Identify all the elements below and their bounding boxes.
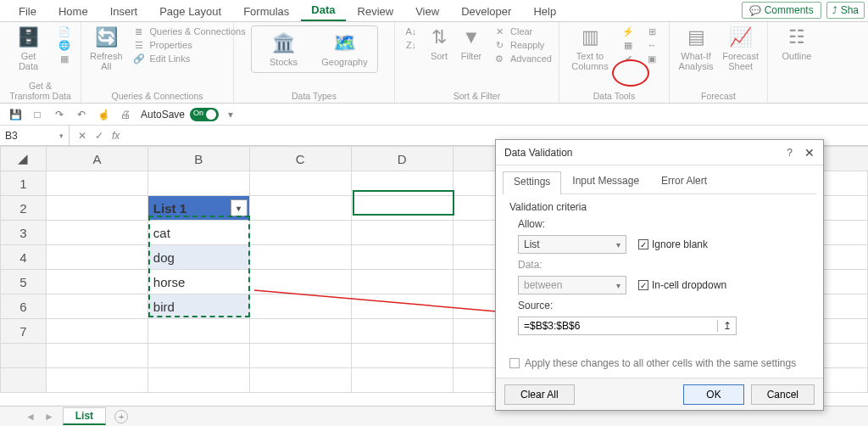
- advanced-icon: ⚙: [492, 53, 507, 64]
- what-if-button[interactable]: ▤What-If Analysis: [678, 25, 714, 71]
- text-to-columns-button[interactable]: ▥Text to Columns: [568, 25, 612, 71]
- row-header-6[interactable]: 6: [1, 294, 47, 319]
- cell-b6[interactable]: bird: [147, 294, 249, 319]
- source-input[interactable]: [519, 320, 717, 332]
- dialog-tab-input-message[interactable]: Input Message: [561, 171, 650, 193]
- geography-label: Geography: [321, 57, 367, 67]
- advanced-filter-button[interactable]: ⚙Advanced: [492, 53, 552, 64]
- save-icon[interactable]: 💾: [8, 108, 22, 121]
- sort-za-icon[interactable]: Z↓: [403, 39, 419, 51]
- name-box[interactable]: B3 ▾: [0, 126, 70, 145]
- new-icon[interactable]: □: [31, 108, 44, 121]
- cell-b5[interactable]: horse: [147, 270, 249, 294]
- row-header-7[interactable]: 7: [1, 319, 47, 344]
- row-header-1[interactable]: 1: [1, 171, 47, 196]
- incell-label: In-cell dropdown: [652, 279, 726, 291]
- queries-connections-button[interactable]: ≣Queries & Connections: [131, 25, 246, 37]
- row-header-4[interactable]: 4: [1, 245, 47, 270]
- dialog-close-icon[interactable]: ✕: [804, 146, 815, 160]
- data-value: between: [524, 279, 562, 291]
- filter-button[interactable]: ▼Filter: [459, 25, 483, 61]
- row-header-2[interactable]: 2: [1, 196, 47, 221]
- flash-fill-icon[interactable]: ⚡: [620, 25, 636, 37]
- tab-help[interactable]: Help: [523, 2, 566, 21]
- fx-icon[interactable]: fx: [112, 130, 120, 142]
- remove-duplicates-icon[interactable]: ▦: [620, 39, 636, 51]
- sort-az-icon[interactable]: A↓: [403, 25, 419, 37]
- tab-file[interactable]: File: [8, 2, 47, 21]
- dialog-tab-settings[interactable]: Settings: [503, 171, 561, 194]
- clear-filter-button[interactable]: ✕Clear: [492, 25, 552, 37]
- tab-developer[interactable]: Developer: [451, 2, 521, 21]
- tab-data[interactable]: Data: [301, 0, 345, 21]
- select-all-corner[interactable]: ◢: [1, 147, 47, 171]
- chevron-down-icon[interactable]: ▾: [224, 108, 237, 121]
- filter-dropdown-icon[interactable]: ▾: [231, 199, 248, 216]
- get-data-button[interactable]: 🗄️ Get Data: [8, 25, 48, 71]
- accept-formula-icon[interactable]: ✓: [95, 130, 103, 142]
- relationships-icon[interactable]: ↔: [644, 39, 659, 51]
- sort-icon: ⇅: [427, 25, 451, 49]
- ignore-blank-checkbox[interactable]: ✓Ignore blank: [638, 238, 708, 250]
- tab-page-layout[interactable]: Page Layout: [149, 2, 231, 21]
- tab-home[interactable]: Home: [48, 2, 98, 21]
- redo-icon[interactable]: ↷: [53, 108, 66, 121]
- tab-prev-icon[interactable]: ◄: [25, 411, 36, 423]
- dialog-help-icon[interactable]: ?: [787, 147, 793, 159]
- comments-button[interactable]: Comments: [742, 2, 821, 19]
- tab-insert[interactable]: Insert: [100, 2, 148, 21]
- whatif-label: What-If Analysis: [679, 51, 714, 71]
- filter-icon: ▼: [459, 25, 483, 49]
- data-model-icon[interactable]: ▣: [644, 53, 659, 64]
- col-header-b[interactable]: B: [147, 147, 249, 171]
- cancel-formula-icon[interactable]: ✕: [78, 130, 86, 142]
- row-header-5[interactable]: 5: [1, 270, 47, 294]
- autosave-toggle[interactable]: On: [190, 108, 219, 121]
- edit-links-button[interactable]: 🔗Edit Links: [131, 53, 246, 64]
- sheet-tab-list[interactable]: List: [63, 407, 106, 425]
- tab-review[interactable]: Review: [348, 2, 404, 21]
- col-header-c[interactable]: C: [249, 147, 351, 171]
- from-table-icon[interactable]: ▦: [57, 53, 72, 64]
- outline-button[interactable]: ☷Outline: [776, 25, 817, 61]
- text-to-columns-label: Text to Columns: [571, 51, 608, 71]
- ok-button[interactable]: OK: [683, 384, 743, 405]
- ribbon: 🗄️ Get Data 📄 🌐 ▦ Get & Transform Data 🔄…: [0, 22, 868, 104]
- source-label: Source:: [518, 300, 810, 311]
- row-header-9[interactable]: [1, 368, 47, 393]
- print-icon[interactable]: 🖨: [119, 108, 132, 121]
- dialog-tab-error-alert[interactable]: Error Alert: [650, 171, 718, 193]
- geography-button[interactable]: 🗺️Geography: [321, 31, 369, 67]
- undo-icon[interactable]: ↶: [75, 108, 88, 121]
- stocks-button[interactable]: 🏛️Stocks: [260, 31, 308, 67]
- tab-formulas[interactable]: Formulas: [233, 2, 299, 21]
- share-button[interactable]: Sha: [826, 2, 865, 19]
- group-get-transform-label: Get & Transform Data: [8, 81, 72, 101]
- range-picker-icon[interactable]: ↥: [717, 320, 736, 332]
- col-header-d[interactable]: D: [351, 147, 453, 171]
- properties-button[interactable]: ☰Properties: [131, 39, 246, 51]
- table-header-cell[interactable]: List 1 ▾: [147, 196, 249, 221]
- refresh-all-button[interactable]: 🔄 Refresh All: [90, 25, 123, 71]
- sort-button[interactable]: ⇅Sort: [427, 25, 451, 61]
- touch-icon[interactable]: ☝: [97, 108, 110, 121]
- cancel-button[interactable]: Cancel: [751, 384, 815, 405]
- autosave-label: AutoSave: [141, 109, 185, 121]
- from-text-icon[interactable]: 📄: [57, 25, 72, 37]
- apply-all-checkbox[interactable]: Apply these changes to all other cells w…: [509, 357, 810, 369]
- consolidate-icon[interactable]: ⊞: [644, 25, 659, 37]
- cell-b3[interactable]: cat: [147, 221, 249, 245]
- tab-next-icon[interactable]: ►: [44, 411, 54, 423]
- reapply-button[interactable]: ↻Reapply: [492, 39, 552, 51]
- row-header-3[interactable]: 3: [1, 221, 47, 245]
- cell-b4[interactable]: dog: [147, 245, 249, 270]
- add-sheet-button[interactable]: +: [114, 410, 128, 423]
- from-web-icon[interactable]: 🌐: [57, 39, 72, 51]
- incell-dropdown-checkbox[interactable]: ✓In-cell dropdown: [638, 279, 726, 291]
- col-header-a[interactable]: A: [46, 147, 147, 171]
- clear-all-button[interactable]: Clear All: [504, 384, 575, 405]
- row-header-8[interactable]: [1, 344, 47, 368]
- tab-view[interactable]: View: [405, 2, 449, 21]
- allow-select[interactable]: List▾: [518, 235, 626, 254]
- forecast-sheet-button[interactable]: 📈Forecast Sheet: [722, 25, 759, 71]
